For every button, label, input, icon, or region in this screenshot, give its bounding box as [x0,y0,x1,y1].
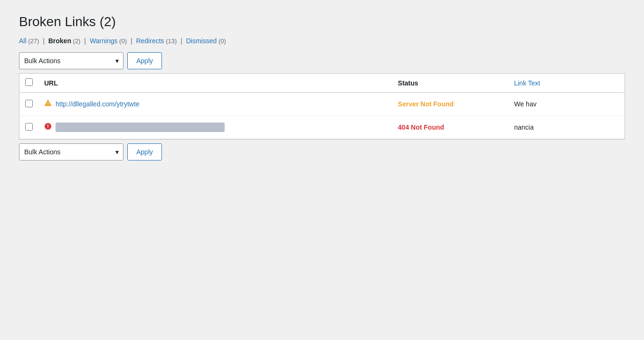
bulk-actions-wrapper-bottom: Bulk Actions [19,143,123,161]
blurred-url: https://xxxxxxxxxxxxxxxxxxxxxxxxx.com/20… [56,123,225,132]
col-header-status: Status [392,74,509,93]
links-table: URL Status Link Text !http://dllegalled.… [19,74,625,139]
filter-links: All (27) | Broken (2) | Warnings (0) | R… [19,37,625,45]
filter-broken[interactable]: Broken [48,37,71,45]
warning-icon: ! [44,99,52,109]
row-2-checkbox[interactable] [25,123,33,131]
error-icon: ! [44,123,52,132]
apply-button-bottom[interactable]: Apply [127,143,162,161]
row-status-cell: 404 Not Found [392,116,509,139]
row-checkbox-cell [19,93,38,116]
apply-button-top[interactable]: Apply [127,52,162,69]
row-link-text-cell: We hav [508,93,625,116]
svg-text:!: ! [47,124,48,129]
table-row: !https://xxxxxxxxxxxxxxxxxxxxxxxxx.com/2… [19,116,625,139]
row-link-text-cell: nancia [508,116,625,139]
row-checkbox-cell [19,116,38,139]
links-table-container: URL Status Link Text !http://dllegalled.… [19,73,625,140]
status-badge: Server Not Found [398,100,454,108]
select-all-col [19,74,38,93]
col-header-url: URL [38,74,392,93]
select-all-checkbox[interactable] [25,78,33,86]
row-1-url-link[interactable]: http://dllegalled.com/ytrytwte [56,100,140,108]
row-status-cell: Server Not Found [392,93,509,116]
row-url-cell: !https://xxxxxxxxxxxxxxxxxxxxxxxxx.com/2… [38,116,392,139]
bulk-actions-select-bottom[interactable]: Bulk Actions [19,143,123,161]
col-header-linktext: Link Text [508,74,625,93]
row-1-checkbox[interactable] [25,100,33,107]
svg-text:!: ! [47,102,49,106]
bulk-actions-wrapper-top: Bulk Actions [19,52,123,69]
bulk-actions-select-top[interactable]: Bulk Actions [19,52,123,69]
filter-all[interactable]: All [19,37,27,45]
toolbar-bottom: Bulk Actions Apply [19,143,625,161]
toolbar-top: Bulk Actions Apply [19,52,625,69]
filter-warnings[interactable]: Warnings [90,37,118,45]
row-url-cell: !http://dllegalled.com/ytrytwte [38,93,392,116]
row-2-url-link[interactable]: https://xxxxxxxxxxxxxxxxxxxxxxxxx.com/20… [56,123,225,132]
table-header-row: URL Status Link Text [19,74,625,93]
filter-redirects[interactable]: Redirects [136,37,164,45]
page-title: Broken Links (2) [19,14,625,29]
table-row: !http://dllegalled.com/ytrytwteServer No… [19,93,625,116]
filter-dismissed[interactable]: Dismissed [186,37,217,45]
status-badge: 404 Not Found [398,123,444,131]
